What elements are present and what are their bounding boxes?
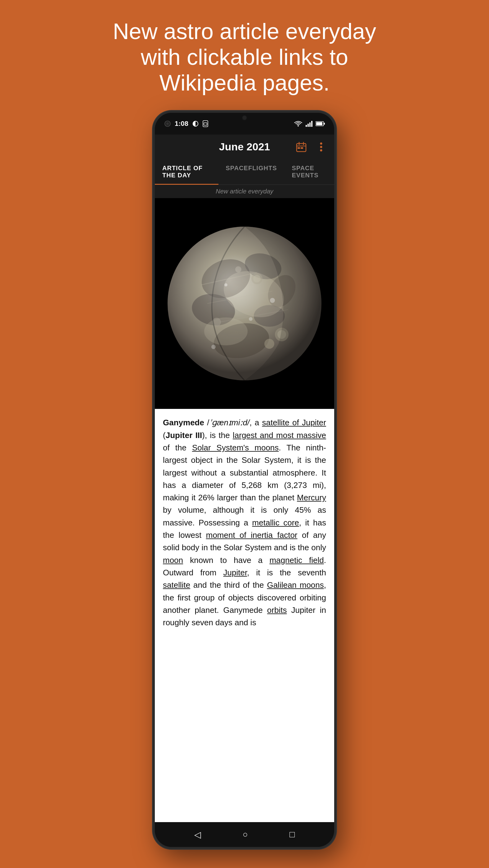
status-right (294, 121, 325, 127)
link-solar-system-moons[interactable]: Solar System's moons (192, 443, 279, 452)
camera (242, 115, 247, 120)
subtitle-bar: New article everyday (155, 185, 334, 198)
moon-image (155, 198, 334, 409)
recent-button[interactable]: □ (283, 827, 301, 843)
moon-svg (164, 223, 325, 384)
wifi-icon (294, 121, 303, 127)
calendar-icon (296, 142, 307, 152)
tabs-container: ARTICLE OF THE DAY SPACEFLIGHTS SPACE EV… (155, 159, 334, 185)
more-button[interactable] (314, 140, 328, 154)
app-screen: June 2021 (155, 134, 334, 822)
status-time: 1:08 (175, 120, 188, 128)
link-satellite[interactable]: satellite (163, 580, 190, 590)
status-bar: 1:08 (155, 113, 334, 134)
svg-rect-18 (301, 147, 303, 149)
article-paragraph: Ganymede /ˈɡænɪmiːd/, a satellite of Jup… (163, 416, 326, 629)
link-galilean-moons[interactable]: Galilean moons (267, 580, 324, 590)
svg-rect-4 (204, 123, 207, 125)
wb-icon (192, 120, 199, 127)
battery-icon (316, 121, 325, 126)
sim-icon (203, 120, 208, 127)
svg-rect-12 (324, 123, 325, 125)
app-header: June 2021 (155, 134, 334, 159)
svg-point-1 (166, 123, 169, 125)
header-icons (294, 140, 328, 154)
phone-mockup: 1:08 (153, 111, 336, 855)
svg-rect-17 (297, 147, 300, 149)
tab-space-events[interactable]: SPACE EVENTS (284, 159, 334, 184)
app-title: June 2021 (219, 141, 270, 153)
svg-point-5 (297, 125, 299, 126)
svg-rect-7 (308, 124, 309, 127)
promo-text: New astro article everyday with clickabl… (88, 0, 401, 111)
back-button[interactable]: ◁ (188, 827, 207, 843)
more-vert-icon (320, 142, 322, 152)
svg-rect-11 (316, 122, 322, 125)
bottom-nav: ◁ ○ □ (155, 822, 334, 847)
ganymede-image (164, 223, 325, 384)
link-moon[interactable]: moon (163, 556, 183, 565)
link-satellite-jupiter[interactable]: satellite of Jupiter (262, 418, 326, 427)
svg-point-20 (320, 146, 322, 148)
tab-article-of-day[interactable]: ARTICLE OF THE DAY (155, 159, 219, 184)
phone-frame: 1:08 (153, 111, 336, 849)
link-magnetic-field[interactable]: magnetic field (269, 556, 324, 565)
link-metallic-core[interactable]: metallic core (252, 518, 299, 527)
svg-rect-6 (306, 125, 307, 127)
home-button[interactable]: ○ (236, 827, 254, 843)
signal-icon (306, 121, 312, 127)
tab-spaceflights[interactable]: SPACEFLIGHTS (219, 159, 285, 184)
link-mercury[interactable]: Mercury (297, 493, 326, 502)
svg-rect-8 (309, 122, 311, 127)
front-camera-icon (164, 120, 171, 127)
link-jupiter[interactable]: Jupiter (223, 568, 247, 577)
link-orbits[interactable]: orbits (267, 606, 287, 615)
article-text-area: Ganymede /ˈɡænɪmiːd/, a satellite of Jup… (155, 409, 334, 822)
calendar-button[interactable] (294, 140, 308, 154)
link-largest-massive[interactable]: largest and most massive (233, 431, 326, 440)
status-left: 1:08 (164, 120, 208, 128)
svg-point-21 (320, 149, 322, 151)
svg-rect-9 (311, 121, 312, 127)
svg-point-19 (320, 142, 322, 145)
link-moment-inertia[interactable]: moment of inertia factor (206, 530, 297, 540)
